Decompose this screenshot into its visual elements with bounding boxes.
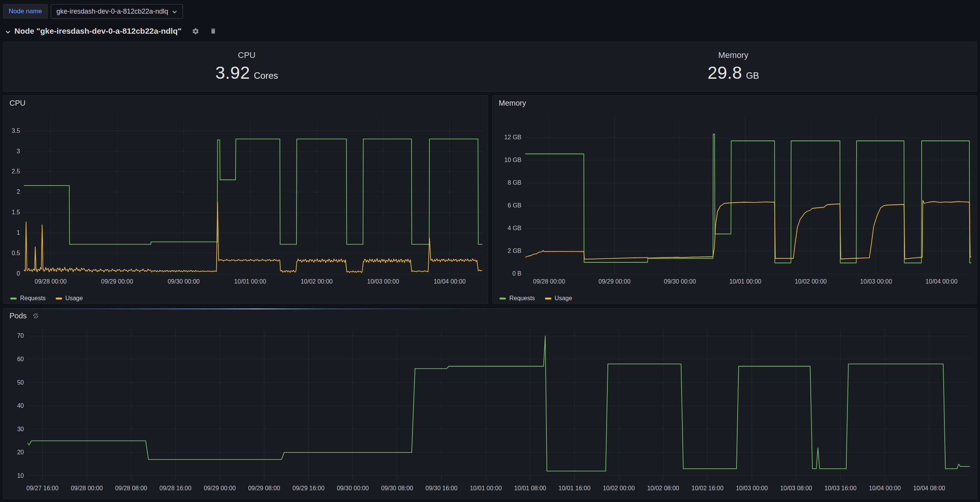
y-axis-label: 0.5 (12, 250, 20, 256)
y-axis-label: 12 GB (504, 134, 522, 140)
variable-label-text: Node name (9, 8, 42, 15)
memory-series-usage (525, 201, 971, 259)
cpu-panel-header[interactable]: CPU (3, 96, 488, 110)
legend-item-usage[interactable]: Usage (545, 295, 572, 302)
cpu-chart-canvas[interactable]: 00.511.522.533.509/28 00:0009/29 00:0009… (3, 110, 488, 291)
memory-chart[interactable]: 0 B2 GB4 GB6 GB8 GB10 GB12 GB09/28 00:00… (493, 110, 977, 292)
charts-row: CPU 00.511.522.533.509/28 00:0009/29 00:… (3, 95, 977, 303)
x-axis-label: 10/01 00:00 (470, 485, 502, 491)
y-axis-label: 6 GB (508, 202, 522, 209)
legend-swatch (500, 297, 506, 299)
x-axis-label: 09/30 00:00 (664, 278, 696, 285)
legend-item-usage[interactable]: Usage (56, 295, 83, 302)
stat-memory-value: 29.8 (707, 62, 742, 83)
node-name-dropdown-value: gke-iresdash-dev-0-a-812cb22a-ndlq (56, 8, 168, 16)
legend-label: Usage (65, 295, 83, 302)
cpu-series-requests (24, 139, 482, 244)
y-axis-label: 2 (17, 189, 20, 195)
variables-bar: Node name gke-iresdash-dev-0-a-812cb22a-… (3, 3, 977, 20)
cpu-legend: RequestsUsage (3, 292, 488, 305)
y-axis-label: 3.5 (12, 127, 20, 134)
x-axis-label: 10/02 08:00 (647, 485, 679, 491)
chevron-down-icon (172, 8, 177, 16)
panel-loading-bar (3, 308, 977, 309)
stat-panel: CPU 3.92 Cores Memory 29.8 GB (3, 42, 977, 92)
y-axis-label: 3 (17, 148, 20, 154)
y-axis-label: 30 (17, 426, 24, 432)
row-settings-gear-icon[interactable] (192, 28, 199, 35)
row-chevron-down-icon (5, 27, 11, 36)
x-axis-label: 10/02 00:00 (603, 485, 635, 491)
legend-label: Usage (555, 295, 572, 302)
x-axis-label: 10/01 00:00 (234, 278, 266, 285)
x-axis-label: 10/04 00:00 (434, 278, 466, 285)
memory-panel-title: Memory (499, 99, 526, 108)
y-axis-label: 2.5 (12, 168, 20, 175)
legend-label: Requests (509, 295, 535, 302)
y-axis-label: 10 GB (504, 157, 522, 163)
x-axis-label: 09/29 08:00 (248, 485, 280, 491)
pods-panel-header[interactable]: Pods (3, 308, 977, 323)
y-axis-label: 2 GB (508, 248, 522, 254)
grafana-dashboard: Node name gke-iresdash-dev-0-a-812cb22a-… (0, 0, 980, 502)
x-axis-label: 10/02 00:00 (795, 278, 827, 285)
legend-item-requests[interactable]: Requests (10, 295, 46, 302)
pods-panel-title: Pods (10, 311, 27, 320)
memory-legend: RequestsUsage (493, 292, 977, 305)
y-axis-label: 20 (17, 449, 24, 456)
stat-memory-title: Memory (718, 50, 748, 60)
memory-panel: Memory 0 B2 GB4 GB6 GB8 GB10 GB12 GB09/2… (492, 95, 977, 303)
row-title-text: Node "gke-iresdash-dev-0-a-812cb22a-ndlq… (14, 27, 181, 36)
y-axis-label: 50 (17, 379, 24, 386)
x-axis-label: 09/30 00:00 (337, 485, 369, 491)
memory-chart-canvas[interactable]: 0 B2 GB4 GB6 GB8 GB10 GB12 GB09/28 00:00… (493, 110, 977, 291)
x-axis-label: 09/30 00:00 (168, 278, 200, 285)
x-axis-label: 10/04 08:00 (913, 485, 945, 491)
x-axis-label: 10/01 00:00 (729, 278, 762, 285)
node-name-dropdown[interactable]: gke-iresdash-dev-0-a-812cb22a-ndlq (51, 4, 183, 19)
y-axis-label: 40 (17, 402, 24, 409)
pods-panel: Pods 1020304050607009/27 16:0009/28 00:0… (3, 308, 977, 499)
pods-chart[interactable]: 1020304050607009/27 16:0009/28 00:0009/2… (3, 323, 977, 499)
y-axis-label: 0 (17, 270, 20, 277)
x-axis-label: 10/03 00:00 (368, 278, 399, 285)
y-axis-label: 60 (17, 356, 24, 362)
stat-memory-unit: GB (746, 70, 759, 81)
y-axis-label: 1 (17, 229, 20, 236)
x-axis-label: 09/27 16:00 (27, 485, 59, 491)
x-axis-label: 10/02 16:00 (692, 485, 724, 491)
x-axis-label: 09/29 16:00 (292, 485, 325, 491)
legend-item-requests[interactable]: Requests (500, 295, 535, 302)
x-axis-label: 10/01 16:00 (558, 485, 591, 491)
legend-label: Requests (20, 295, 46, 302)
x-axis-label: 09/28 00:00 (533, 278, 565, 285)
x-axis-label: 09/29 00:00 (599, 278, 631, 285)
cpu-series-usage (24, 202, 482, 273)
cpu-chart[interactable]: 00.511.522.533.509/28 00:0009/29 00:0009… (3, 110, 488, 292)
row-delete-trash-icon[interactable] (210, 28, 216, 35)
y-axis-label: 0 B (512, 270, 522, 277)
x-axis-label: 09/30 08:00 (381, 485, 413, 491)
x-axis-label: 10/01 08:00 (514, 485, 546, 491)
stat-cpu-title: CPU (238, 50, 255, 60)
y-axis-label: 4 GB (508, 225, 522, 231)
y-axis-label: 70 (17, 332, 24, 339)
pods-chart-canvas[interactable]: 1020304050607009/27 16:0009/28 00:0009/2… (3, 323, 977, 499)
stat-cpu-unit: Cores (254, 70, 278, 81)
y-axis-label: 10 (17, 472, 24, 479)
row-toggle[interactable]: Node "gke-iresdash-dev-0-a-812cb22a-ndlq… (5, 27, 181, 36)
x-axis-label: 10/03 16:00 (824, 485, 857, 491)
x-axis-label: 09/28 00:00 (71, 485, 103, 491)
x-axis-label: 09/29 00:00 (204, 485, 236, 491)
x-axis-label: 10/03 00:00 (860, 278, 892, 285)
legend-swatch (56, 297, 62, 299)
x-axis-label: 10/04 00:00 (926, 278, 958, 285)
x-axis-label: 09/30 16:00 (426, 485, 458, 491)
y-axis-label: 1.5 (12, 209, 20, 215)
x-axis-label: 09/29 00:00 (101, 278, 133, 285)
cpu-panel-title: CPU (10, 99, 25, 108)
x-axis-label: 10/03 08:00 (780, 485, 812, 491)
x-axis-label: 10/04 00:00 (869, 485, 901, 491)
x-axis-label: 09/28 16:00 (159, 485, 192, 491)
memory-panel-header[interactable]: Memory (493, 96, 977, 110)
